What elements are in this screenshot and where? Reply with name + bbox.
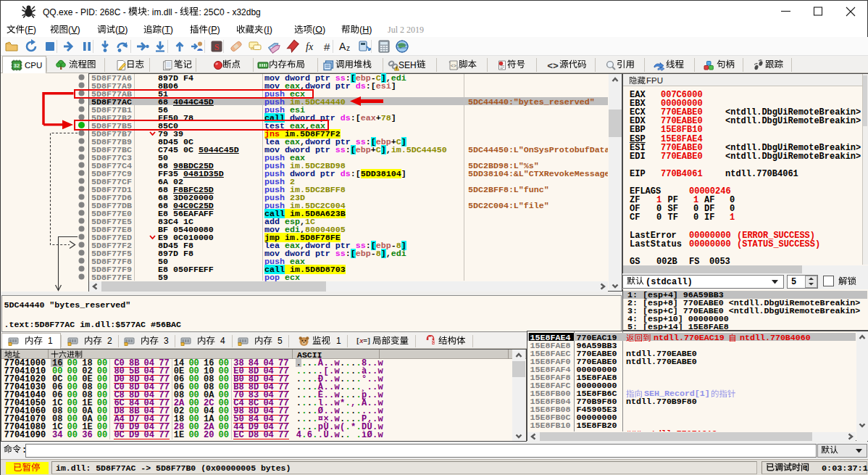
svg-text:fx: fx	[306, 41, 314, 52]
svg-text:S: S	[214, 42, 220, 52]
svg-text:<>: <>	[451, 64, 456, 69]
svg-text:A: A	[339, 41, 346, 52]
svg-text:z: z	[346, 44, 350, 52]
svg-text:<>: <>	[547, 61, 559, 72]
svg-text:32: 32	[14, 62, 20, 69]
svg-text:#: #	[324, 41, 330, 53]
